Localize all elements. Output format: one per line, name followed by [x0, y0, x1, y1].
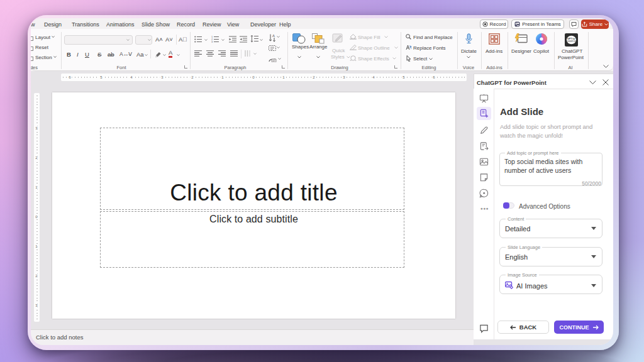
svg-text:A: A [272, 34, 275, 38]
svg-text:3: 3 [211, 40, 213, 43]
svg-text:GPT for: GPT for [567, 38, 575, 40]
svg-text:POWERPOINT: POWERPOINT [566, 40, 577, 43]
